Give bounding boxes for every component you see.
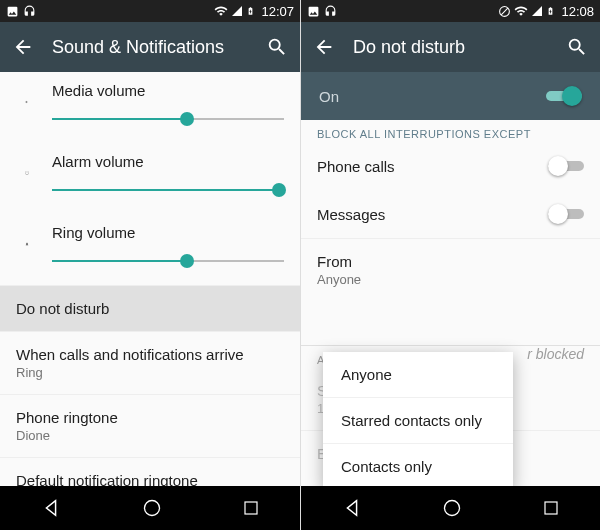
content-area: Media volume Alarm volume Ring volume Do… <box>0 72 300 486</box>
wifi-icon <box>514 4 528 18</box>
battery-icon <box>246 4 255 18</box>
search-icon[interactable] <box>566 36 588 58</box>
signal-icon <box>531 5 543 17</box>
status-clock: 12:08 <box>561 4 594 19</box>
volume-label: Alarm volume <box>52 153 284 170</box>
calls-arrive-item[interactable]: When calls and notifications arrive Ring <box>0 331 300 394</box>
messages-toggle[interactable] <box>548 204 584 224</box>
appbar-title: Do not disturb <box>353 37 548 58</box>
svg-point-0 <box>145 501 160 516</box>
ring-volume-slider[interactable] <box>52 251 284 271</box>
nav-bar <box>0 486 300 530</box>
nav-back-icon[interactable] <box>341 497 363 519</box>
dnd-subbar: On <box>301 72 600 120</box>
media-volume-row: Media volume <box>0 72 300 143</box>
signal-icon <box>231 5 243 17</box>
alarm-icon <box>16 153 38 175</box>
phone-calls-row[interactable]: Phone calls <box>301 142 600 190</box>
from-item[interactable]: From Anyone <box>301 238 600 301</box>
search-icon[interactable] <box>266 36 288 58</box>
popup-option-starred[interactable]: Starred contacts only <box>323 397 513 443</box>
notification-ringtone-item[interactable]: Default notification ringtone Tethys <box>0 457 300 486</box>
nav-recent-icon[interactable] <box>542 499 560 517</box>
status-bar: 12:07 <box>0 0 300 22</box>
popup-option-contacts[interactable]: Contacts only <box>323 443 513 486</box>
image-icon <box>6 5 19 18</box>
alarm-volume-slider[interactable] <box>52 180 284 200</box>
nav-home-icon[interactable] <box>142 498 162 518</box>
phone-ringtone-item[interactable]: Phone ringtone Dione <box>0 394 300 457</box>
app-bar: Do not disturb <box>301 22 600 72</box>
popup-option-anyone[interactable]: Anyone <box>323 352 513 397</box>
speaker-icon <box>16 82 38 104</box>
dnd-icon <box>498 5 511 18</box>
messages-row[interactable]: Messages <box>301 190 600 238</box>
media-volume-slider[interactable] <box>52 109 284 129</box>
phone-calls-toggle[interactable] <box>548 156 584 176</box>
blocked-text-fragment: r blocked <box>527 346 584 362</box>
subbar-label: On <box>319 88 339 105</box>
nav-bar <box>301 486 600 530</box>
volume-label: Ring volume <box>52 224 284 241</box>
screen-do-not-disturb: 12:08 Do not disturb On BLOCK ALL INTERR… <box>300 0 600 530</box>
do-not-disturb-item[interactable]: Do not disturb <box>0 285 300 331</box>
nav-back-icon[interactable] <box>40 497 62 519</box>
svg-point-2 <box>445 501 460 516</box>
ring-volume-row: Ring volume <box>0 214 300 285</box>
svg-rect-1 <box>245 502 257 514</box>
bell-icon <box>16 224 38 246</box>
back-icon[interactable] <box>12 36 34 58</box>
status-clock: 12:07 <box>261 4 294 19</box>
screen-sound-notifications: 12:07 Sound & Notifications Media volume… <box>0 0 300 530</box>
wifi-icon <box>214 4 228 18</box>
battery-icon <box>546 4 555 18</box>
status-bar: 12:08 <box>301 0 600 22</box>
appbar-title: Sound & Notifications <box>52 37 248 58</box>
nav-recent-icon[interactable] <box>242 499 260 517</box>
image-icon <box>307 5 320 18</box>
app-bar: Sound & Notifications <box>0 22 300 72</box>
alarm-volume-row: Alarm volume <box>0 143 300 214</box>
headphones-icon <box>23 5 36 18</box>
nav-home-icon[interactable] <box>442 498 462 518</box>
content-area: BLOCK ALL INTERRUPTIONS EXCEPT Phone cal… <box>301 120 600 486</box>
headphones-icon <box>324 5 337 18</box>
volume-label: Media volume <box>52 82 284 99</box>
svg-rect-3 <box>545 502 557 514</box>
from-popup: Anyone Starred contacts only Contacts on… <box>323 352 513 486</box>
dnd-master-toggle[interactable] <box>546 86 582 106</box>
block-header: BLOCK ALL INTERRUPTIONS EXCEPT <box>301 120 600 142</box>
back-icon[interactable] <box>313 36 335 58</box>
